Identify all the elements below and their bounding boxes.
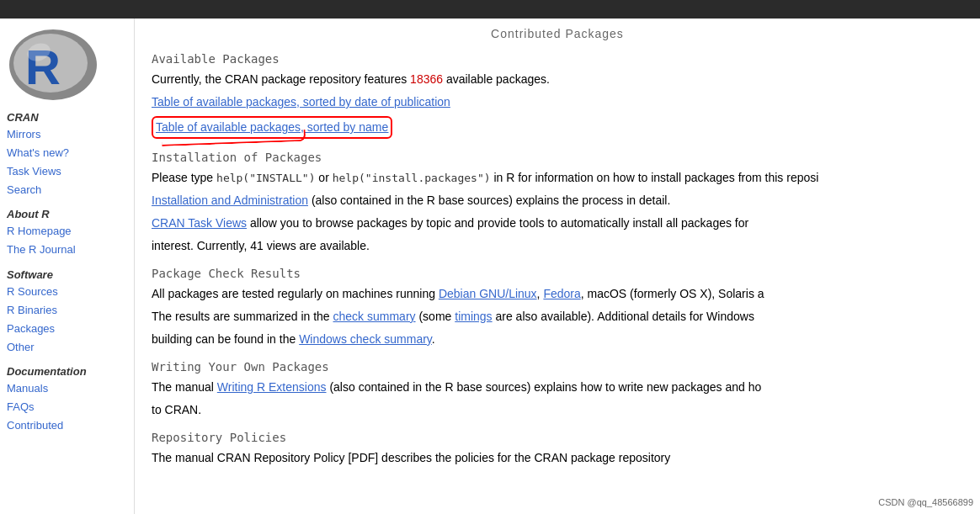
sidebar-item-r-sources[interactable]: R Sources [7,283,127,301]
cran-task-text2: interest. Currently, 41 views are availa… [152,239,370,252]
sidebar-item-task-views[interactable]: Task Views [7,162,127,181]
link-sorted-date-para: Table of available packages, sorted by d… [152,93,963,111]
install-code2: help("install.packages") [333,172,491,184]
package-check-paragraph2: The results are summarized in the check … [152,308,963,326]
repository-paragraph: The manual CRAN Repository Policy [PDF] … [152,449,963,467]
writing-paragraph2: to CRAN. [152,401,963,419]
watermark: CSDN @qq_48566899 [878,497,973,507]
sidebar-item-faqs[interactable]: FAQs [7,398,127,416]
installation-paragraph2: Installation and Administration (also co… [152,192,963,209]
writing-before: The manual [152,380,217,394]
cran-task-views-link[interactable]: CRAN Task Views [152,216,247,230]
package-check-paragraph1: All packages are tested regularly on mac… [152,285,963,303]
documentation-label: Documentation [7,365,127,378]
installation-p2-after: (also contained in the R base sources) e… [308,193,670,207]
cran-task-paragraph: CRAN Task Views allow you to browse pack… [152,215,963,232]
sidebar-item-whats-new[interactable]: What's new? [7,144,127,162]
software-label: Software [7,268,127,281]
writing-extensions-link[interactable]: Writing R Extensions [217,380,327,394]
install-code1: help("INSTALL") [216,172,315,184]
available-text2: available packages. [443,72,550,86]
sidebar-item-r-homepage[interactable]: R Homepage [7,222,127,241]
available-text1: Currently, the CRAN package repository f… [152,72,410,86]
timings-after: are also available). Additional details … [493,310,754,323]
link-sorted-name[interactable]: Table of available packages, sorted by n… [156,120,388,134]
sidebar: R CRAN Mirrors What's new? Task Views Se… [0,19,135,514]
debian-link[interactable]: Debian GNU/Linux [439,287,537,300]
top-bar [0,0,980,19]
link-sorted-name-circled[interactable]: Table of available packages, sorted by n… [152,116,392,139]
repository-heading: Repository Policies [152,431,963,444]
available-paragraph: Currently, the CRAN package repository f… [152,71,963,88]
sidebar-item-mirrors[interactable]: Mirrors [7,125,127,144]
installation-p1-mid: or [315,171,332,184]
writing-heading: Writing Your Own Packages [152,360,963,374]
writing-text2: to CRAN. [152,403,201,416]
available-count: 18366 [410,72,443,86]
windows-check-paragraph: building can be found in the Windows che… [152,331,963,348]
cran-task-paragraph2: interest. Currently, 41 views are availa… [152,237,963,255]
pkg-check-before: All packages are tested regularly on mac… [152,287,439,300]
sidebar-item-packages[interactable]: Packages [7,320,127,338]
pkg-check-after: , macOS (formerly OS X), Solaris a [581,287,764,300]
windows-check-after: . [432,332,435,346]
sidebar-item-other[interactable]: Other [7,338,127,357]
installation-p1-before: Please type [152,171,216,184]
sidebar-item-r-binaries[interactable]: R Binaries [7,301,127,320]
writing-after: (also contained in the R base sources) e… [327,380,762,394]
installation-p1-after: in R for information on how to install p… [491,171,819,184]
page-title: Contributed Packages [152,27,963,40]
sidebar-item-search[interactable]: Search [7,181,127,199]
windows-check-before: building can be found in the [152,332,299,346]
installation-paragraph1: Please type help("INSTALL") or help("ins… [152,169,963,187]
windows-check-link[interactable]: Windows check summary [299,332,432,346]
package-check-heading: Package Check Results [152,267,963,280]
check-summary-before: The results are summarized in the [152,310,333,323]
available-heading: Available Packages [152,52,963,66]
main-layout: R CRAN Mirrors What's new? Task Views Se… [0,19,980,514]
link-sorted-name-para: Table of available packages, sorted by n… [152,116,963,139]
repository-text: The manual CRAN Repository Policy [PDF] … [152,451,670,464]
link-sorted-date[interactable]: Table of available packages, sorted by d… [152,95,450,109]
check-summary-link[interactable]: check summary [333,310,416,323]
writing-paragraph1: The manual Writing R Extensions (also co… [152,379,963,396]
timings-link[interactable]: timings [455,310,492,323]
cran-label: CRAN [7,111,127,124]
sidebar-item-r-journal[interactable]: The R Journal [7,241,127,259]
installation-heading: Installation of Packages [152,151,963,164]
fedora-link[interactable]: Fedora [543,287,580,300]
sidebar-item-contributed[interactable]: Contributed [7,416,127,435]
cran-task-after: allow you to browse packages by topic an… [247,216,748,230]
main-content: Contributed Packages Available Packages … [135,19,980,514]
timings-before: (some [416,310,455,323]
installation-admin-link[interactable]: Installation and Administration [152,193,308,207]
r-logo: R [7,27,99,103]
about-r-label: About R [7,208,127,220]
sidebar-item-manuals[interactable]: Manuals [7,379,127,398]
